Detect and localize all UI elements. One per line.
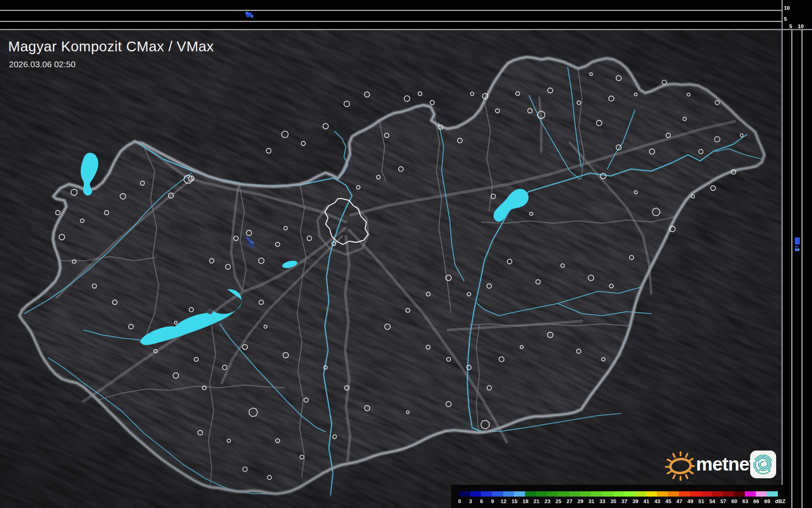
dbz-colorbar-labels: 0369121518212325272931333537394143454749… (459, 497, 785, 505)
dbz-tick-label: 35 (611, 498, 616, 504)
dbz-tick-label: 0 (458, 498, 461, 504)
dbz-unit-label: dBZ (775, 498, 785, 504)
timestamp: 2026.03.06 02:50 (9, 59, 76, 69)
dbz-tick-label: 18 (523, 498, 528, 504)
dbz-tick-label: 15 (512, 498, 517, 504)
distance-tick-10: 10 (798, 23, 803, 29)
sun-icon (666, 452, 694, 480)
dbz-segment-57 (723, 491, 734, 497)
dbz-tick-label: 57 (720, 498, 726, 504)
dbz-tick-label: 63 (742, 498, 748, 504)
dbz-tick-label: 69 (764, 498, 770, 504)
dbz-tick-label: 27 (567, 498, 572, 504)
distance-tick-5: 5 (789, 23, 792, 29)
metnet-logo: metnet (664, 447, 782, 482)
dbz-tick-label: 54 (709, 498, 715, 504)
dbz-tick-label: 60 (731, 498, 737, 504)
dbz-segment-21 (536, 491, 547, 497)
dbz-tick-label: 31 (589, 498, 594, 504)
dbz-segment-15 (514, 491, 525, 497)
dbz-tick-label: 49 (687, 498, 693, 504)
dbz-tick-label: 33 (600, 498, 605, 504)
dbz-tick-label: 23 (545, 498, 550, 504)
dbz-segment-49 (690, 491, 701, 497)
dbz-segment-6 (481, 491, 492, 497)
dbz-segment-47 (679, 491, 690, 497)
right-projection-panel (782, 0, 812, 508)
dbz-tick-label: 21 (534, 498, 539, 504)
dbz-tick-label: 66 (753, 498, 759, 504)
dbz-tick-label: 37 (622, 498, 627, 504)
dbz-segment-43 (657, 491, 668, 497)
dbz-segment-9 (492, 491, 503, 497)
dbz-tick-label: 6 (480, 498, 483, 504)
dbz-tick-label: 25 (556, 498, 561, 504)
dbz-tick-label: 41 (643, 498, 649, 504)
radar-image: Magyar Kompozit CMax / VMax 2026.03.06 0… (0, 0, 812, 508)
dbz-segment-41 (646, 491, 657, 497)
dbz-segment-27 (569, 491, 580, 497)
terrain (0, 0, 812, 508)
dbz-tick-label: 29 (578, 498, 583, 504)
dbz-segment-66 (756, 491, 767, 497)
dbz-segment-0 (459, 491, 470, 497)
height-tick-10: 10 (784, 5, 790, 11)
dbz-segment-25 (558, 491, 569, 497)
dbz-tick-label: 9 (491, 498, 494, 504)
dbz-segment-29 (580, 491, 591, 497)
dbz-segment-54 (712, 491, 723, 497)
dbz-segment-18 (525, 491, 536, 497)
logo-text: metnet (696, 453, 755, 475)
dbz-segment-39 (635, 491, 646, 497)
top-projection-panel (0, 0, 812, 29)
radar-map-canvas (0, 0, 812, 508)
height-tick-5: 5 (784, 16, 787, 22)
dbz-colorbar (459, 491, 778, 497)
dbz-segment-33 (602, 491, 613, 497)
dbz-segment-35 (613, 491, 624, 497)
dbz-segment-60 (734, 491, 745, 497)
dbz-tick-label: 45 (665, 498, 671, 504)
dbz-tick-label: 12 (501, 498, 506, 504)
dbz-segment-63 (745, 491, 756, 497)
dbz-segment-69 (767, 491, 778, 497)
vignette (0, 29, 782, 508)
dbz-tick-label: 39 (633, 498, 638, 504)
dbz-colorbar-panel: 0369121518212325272931333537394143454749… (451, 485, 783, 508)
dbz-tick-label: 43 (654, 498, 660, 504)
dbz-tick-label: 3 (469, 498, 472, 504)
dbz-segment-31 (591, 491, 602, 497)
dbz-segment-37 (624, 491, 635, 497)
dbz-tick-label: 51 (698, 498, 704, 504)
dbz-segment-23 (547, 491, 558, 497)
radar-echo-right-projection (795, 238, 800, 251)
dbz-segment-51 (701, 491, 712, 497)
dbz-segment-45 (668, 491, 679, 497)
dbz-segment-3 (470, 491, 481, 497)
dbz-tick-label: 47 (676, 498, 682, 504)
dbz-segment-12 (503, 491, 514, 497)
page-title: Magyar Kompozit CMax / VMax (8, 38, 214, 55)
